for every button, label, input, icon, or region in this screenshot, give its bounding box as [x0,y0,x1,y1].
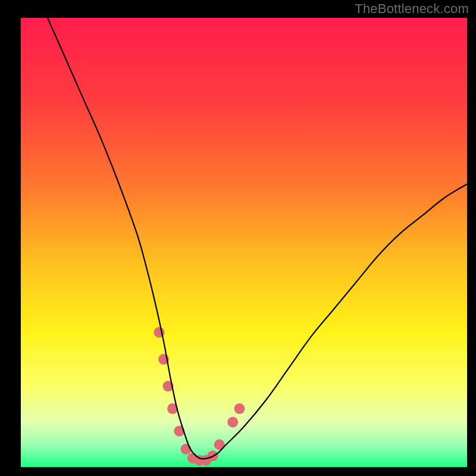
highlight-marker [234,403,245,414]
highlight-marker [227,417,238,428]
bottleneck-chart [0,0,476,476]
gradient-background [21,18,467,467]
chart-frame: TheBottleneck.com [0,0,476,476]
watermark-text: TheBottleneck.com [355,1,469,17]
